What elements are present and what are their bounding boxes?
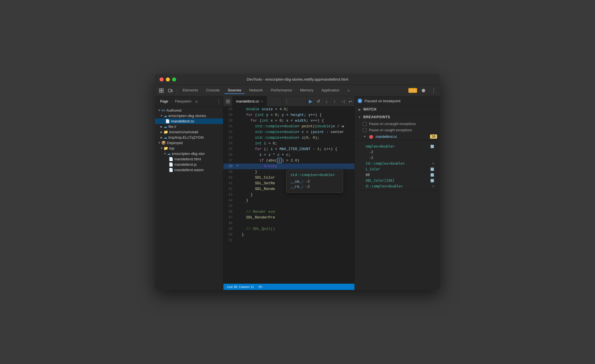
scope-item-8: d::complex<double> > bbox=[358, 183, 437, 189]
emscripten-deployed-label: emscripten-dbg-stor bbox=[172, 152, 205, 156]
tree-mandelbrot-wasm[interactable]: 📄 mandelbrot.wasm bbox=[155, 167, 223, 173]
tree-mandelbrot-html[interactable]: 📄 mandelbrot.html bbox=[155, 156, 223, 162]
debugger-step-out-icon[interactable]: ↑ bbox=[331, 97, 339, 105]
bp-uncaught: Pause on uncaught exceptions bbox=[355, 121, 440, 127]
main-toolbar: Elements Console Sources Network Perform… bbox=[155, 85, 440, 96]
tooltip-key-im: __im_: bbox=[290, 179, 304, 184]
more-options-icon[interactable]: ⋮ bbox=[430, 87, 438, 95]
status-bar: Line 38, Column 11 (Fr bbox=[223, 284, 354, 290]
scope-item-6: 00 🔢 bbox=[358, 172, 437, 178]
breakpoints-section-header[interactable]: ▼ Breakpoints bbox=[355, 113, 440, 121]
editor-tab-close-icon[interactable]: × bbox=[261, 99, 263, 103]
panel-tabs: Page Filesystem » ⋮ bbox=[155, 96, 223, 107]
editor-nav-back[interactable] bbox=[223, 96, 233, 107]
line-content-29: for (int y = 0; y < height; y++) { bbox=[240, 112, 354, 118]
tooltip-field-im: __im_: -2 bbox=[290, 179, 339, 184]
bp-file-arrow: ▼ bbox=[363, 135, 367, 138]
bp-caught-checkbox[interactable] bbox=[363, 128, 367, 132]
settings-icon[interactable] bbox=[419, 87, 427, 95]
editor-tab-mandelbrot-cc[interactable]: mandelbrot.cc × bbox=[233, 96, 267, 107]
tmp-arrow: ▶ bbox=[160, 136, 164, 139]
code-line-32: 32 std::complex<double> c = (point - cen… bbox=[223, 129, 354, 135]
bp-file-icon: ⬤ bbox=[369, 134, 373, 139]
tree-tmp-cloud[interactable]: ▶ ☁ tmp/tmp.ELcTq2YGN bbox=[155, 135, 223, 140]
tree-deployed[interactable]: ▼ 📦 Deployed bbox=[155, 140, 223, 146]
line-num-36: 36 bbox=[223, 152, 235, 158]
line-num-47: 47 bbox=[223, 215, 235, 220]
tree-mandelbrot-js[interactable]: 📄 mandelbrot.js bbox=[155, 162, 223, 167]
bp-caught-label: Pause on caught exceptions bbox=[369, 128, 412, 132]
install-arrow: ▶ bbox=[160, 130, 164, 134]
watch-section-header[interactable]: ▶ Watch bbox=[355, 106, 440, 113]
line-content-34: int i = 0; bbox=[240, 141, 354, 146]
scope-type-7: SDL_Color[256] bbox=[366, 179, 394, 183]
scope-val-3: -2 bbox=[369, 156, 373, 160]
line-num-50: 50 bbox=[223, 232, 235, 238]
svg-rect-6 bbox=[226, 100, 228, 101]
bp-file-name: mandelbrot.cc bbox=[376, 135, 397, 139]
debugger-step-over-icon[interactable]: ↺ bbox=[315, 97, 323, 105]
line-content-33: std::complex<double> z(0, 0); bbox=[240, 135, 354, 141]
scope-type-4: td::complex<double> bbox=[366, 161, 405, 165]
tab-application[interactable]: Application bbox=[318, 87, 343, 94]
code-editor[interactable]: 28 double scale = 4.0; 29 for (int y = 0… bbox=[223, 107, 354, 284]
tree-install-folder[interactable]: ▶ 📁 b/s/w/ir/x/w/install bbox=[155, 129, 223, 135]
line-num-39: 39 bbox=[223, 169, 235, 175]
debugger-resume-icon[interactable]: ▶ bbox=[307, 97, 315, 105]
line-num-44: 44 bbox=[223, 198, 235, 203]
code-line-48: 48 bbox=[223, 220, 354, 226]
status-line-col: Line 38, Column 11 bbox=[227, 285, 254, 289]
debugger-deactivate-icon[interactable]: ↩ bbox=[347, 97, 354, 105]
line-num-46: 46 bbox=[223, 209, 235, 215]
debugger-step-into-icon[interactable]: ↓ bbox=[323, 97, 331, 105]
tooltip-val-re: -2 bbox=[305, 185, 310, 189]
tab-console[interactable]: Console bbox=[203, 87, 223, 94]
line-num-40: 40 bbox=[223, 175, 235, 181]
line-num-32: 32 bbox=[223, 129, 235, 135]
tree-authored[interactable]: ▼ <> Authored bbox=[155, 108, 223, 113]
emscripten-deployed-arrow: ▼ bbox=[163, 152, 167, 155]
line-num-38: 38 bbox=[223, 163, 235, 169]
watch-section: ▶ Watch bbox=[355, 106, 440, 113]
minimize-button[interactable] bbox=[166, 77, 170, 81]
tree-mandelbrot-cc[interactable]: 📄 mandelbrot.cc bbox=[155, 118, 223, 124]
panel-more-options-icon[interactable]: ⋮ bbox=[216, 99, 221, 104]
maximize-button[interactable] bbox=[172, 77, 176, 81]
tab-sources[interactable]: Sources bbox=[224, 87, 245, 94]
inspect-icon[interactable] bbox=[157, 87, 165, 95]
tree-top-folder[interactable]: ▼ 📁 top bbox=[155, 146, 223, 151]
authored-label: Authored bbox=[166, 108, 182, 113]
warning-badge[interactable]: ⚠ 1 bbox=[408, 88, 417, 93]
tab-performance[interactable]: Performance bbox=[267, 87, 295, 94]
paused-banner: ℹ Paused on breakpoint bbox=[355, 96, 440, 106]
panel-tab-page[interactable]: Page bbox=[157, 99, 171, 104]
bp-line-number: 38 bbox=[430, 134, 437, 139]
code-line-47: 47 SDL_RenderPre bbox=[223, 215, 354, 220]
scope-icon-6: 🔢 bbox=[430, 173, 434, 177]
svg-rect-1 bbox=[159, 91, 161, 93]
close-button[interactable] bbox=[160, 77, 164, 81]
tree-file-cloud[interactable]: ▶ ☁ file:// bbox=[155, 124, 223, 129]
authored-arrow: ▼ bbox=[157, 109, 161, 112]
line-content-46: // Render eve bbox=[240, 209, 354, 215]
editor-panel: mandelbrot.cc × ⋮ ▶ ↺ ↓ ↑ →| ↩ bbox=[223, 96, 354, 290]
line-num-31: 31 bbox=[223, 124, 235, 129]
tab-elements[interactable]: Elements bbox=[179, 87, 201, 94]
device-icon[interactable] bbox=[166, 87, 174, 95]
editor-tab-more[interactable]: ⋮ bbox=[282, 96, 291, 107]
tooltip-val-im: -2 bbox=[305, 179, 310, 184]
bp-uncaught-checkbox[interactable] bbox=[363, 122, 367, 126]
line-content-50: } bbox=[240, 232, 354, 238]
tree-emscripten-cloud[interactable]: ▼ ☁ emscripten-dbg-stories bbox=[155, 113, 223, 118]
tab-memory[interactable]: Memory bbox=[297, 87, 317, 94]
debugger-step-icon[interactable]: →| bbox=[339, 97, 347, 105]
main-body: Page Filesystem » ⋮ ▼ <> Authored ▼ ☁ em… bbox=[155, 96, 440, 290]
scope-type-8: d::complex<double> bbox=[366, 184, 403, 188]
bp-file-header[interactable]: ▼ ⬤ mandelbrot.cc 38 bbox=[363, 134, 437, 139]
tree-emscripten-deployed[interactable]: ▼ ☁ emscripten-dbg-stor bbox=[155, 151, 223, 156]
panel-tab-more[interactable]: » bbox=[195, 99, 197, 104]
tab-more[interactable]: » bbox=[344, 87, 353, 94]
svg-rect-8 bbox=[228, 100, 230, 101]
panel-tab-filesystem[interactable]: Filesystem bbox=[172, 99, 194, 104]
tab-network[interactable]: Network bbox=[246, 87, 266, 94]
